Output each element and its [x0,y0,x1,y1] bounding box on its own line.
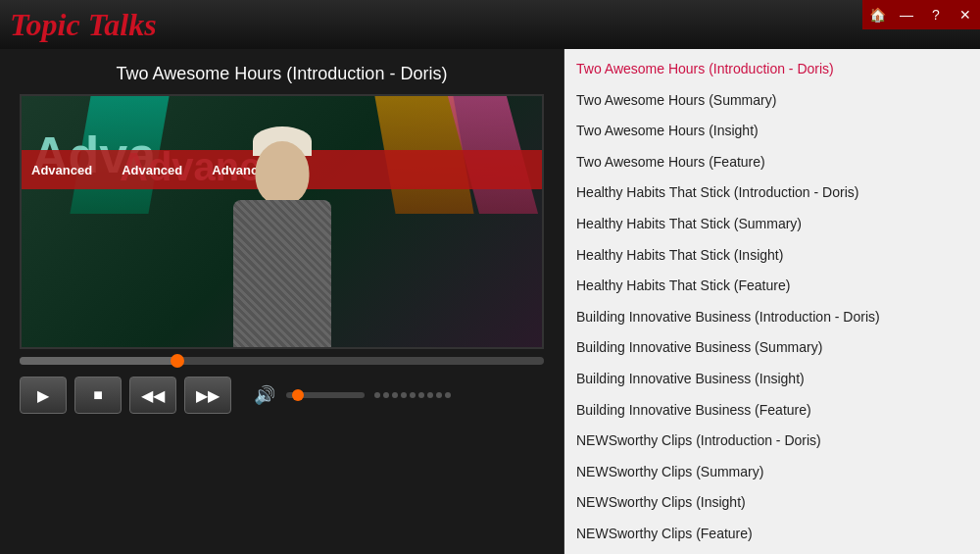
progress-bar[interactable] [20,357,544,365]
playlist-item[interactable]: Healthy Habits That Stick (Summary) [564,209,980,240]
volume-area: 🔊 [249,379,451,411]
app-title: Topic Talks [10,7,157,43]
volume-dots [374,392,451,398]
vol-dot-1 [374,392,380,398]
stop-button[interactable]: ■ [74,377,122,414]
playlist-item[interactable]: NEWSworthy Clips (Insight) [564,487,980,519]
vol-dot-6 [418,392,424,398]
video-title: Two Awesome Hours (Introduction - Doris) [20,64,544,84]
vol-dot-2 [383,392,389,398]
play-button[interactable]: ▶ [20,377,67,414]
playlist-item[interactable]: Healthy Habits That Stick (Feature) [564,271,980,302]
video-container: Adva Advanced Advanced Advanced Advanced [20,94,544,349]
playlist[interactable]: Two Awesome Hours (Introduction - Doris)… [564,49,980,554]
vol-dot-5 [410,392,416,398]
progress-handle[interactable] [171,354,184,368]
rewind-button[interactable]: ◀◀ [129,377,176,414]
home-button[interactable]: 🏠 [862,0,892,29]
close-button[interactable]: ✕ [951,0,980,29]
volume-handle[interactable] [292,389,304,401]
playlist-item[interactable]: Healthy Habits That Stick (Insight) [564,240,980,272]
playlist-item[interactable]: Building Innovative Business (Introducti… [564,302,980,333]
playlist-item[interactable]: Two Awesome Hours (Feature) [564,147,980,178]
banner-text-1: Advanced [31,163,92,177]
person-jacket [233,200,331,347]
vol-dot-4 [401,392,407,398]
minimize-button[interactable]: — [892,0,921,29]
right-panel: Two Awesome Hours (Introduction - Doris)… [564,49,980,554]
volume-button[interactable]: 🔊 [249,379,280,411]
video-background: Adva Advanced Advanced Advanced Advanced [22,96,542,347]
presenter [214,171,351,347]
playlist-item[interactable]: Building Innovative Business (Summary) [564,332,980,364]
playlist-item[interactable]: NEWSworthy Clips (Summary) [564,457,980,488]
playlist-item[interactable]: Two Awesome Hours (Summary) [564,85,980,117]
volume-bar[interactable] [286,392,365,398]
playlist-item[interactable]: Building Innovative Business (Feature) [564,395,980,427]
person-head [255,141,309,205]
progress-fill [20,357,177,365]
playlist-item[interactable]: Two Awesome Hours (Introduction - Doris) [564,54,980,85]
playlist-item[interactable]: NEWSworthy Clips (Introduction - Doris) [564,426,980,457]
banner-text-2: Advanced [122,163,182,177]
playlist-item[interactable]: Building Innovative Business (Insight) [564,364,980,395]
playback-controls: ▶ ■ ◀◀ ▶▶ 🔊 [20,377,544,414]
window-controls: 🏠 — ? ✕ [862,0,980,29]
playlist-item[interactable]: Healthy Habits That Stick (Introduction … [564,177,980,209]
left-panel: Two Awesome Hours (Introduction - Doris)… [0,49,564,554]
vol-dot-9 [445,392,451,398]
vol-dot-3 [392,392,398,398]
vol-dot-8 [436,392,442,398]
title-bar: Topic Talks 🏠 — ? ✕ [0,0,980,49]
help-button[interactable]: ? [921,0,951,29]
main-content: Two Awesome Hours (Introduction - Doris)… [0,49,980,554]
playlist-item[interactable]: Two Awesome Hours (Insight) [564,116,980,147]
forward-button[interactable]: ▶▶ [184,377,231,414]
vol-dot-7 [427,392,433,398]
playlist-item[interactable]: Wise Money Choices (Introduction - Doris… [564,550,980,555]
playlist-item[interactable]: NEWSworthy Clips (Feature) [564,519,980,550]
